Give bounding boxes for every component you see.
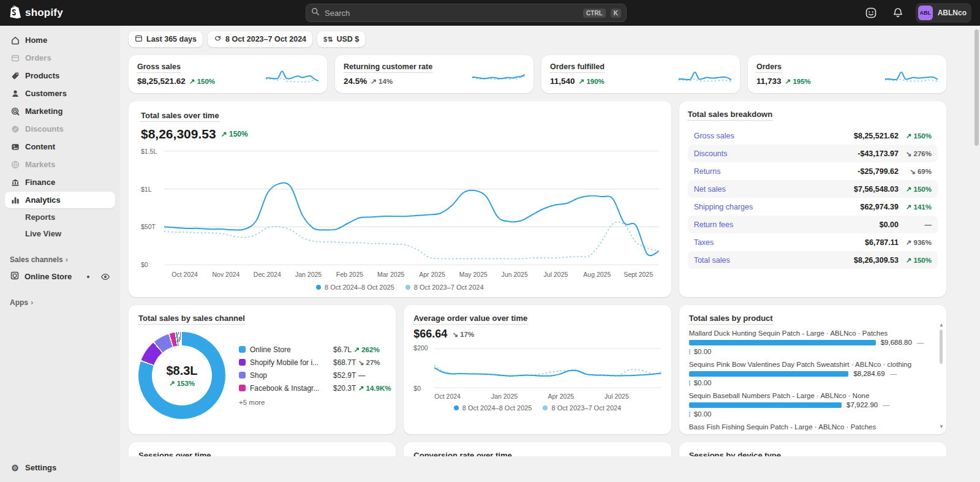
- sales-by-product-title[interactable]: Total sales by product: [689, 314, 773, 325]
- scroll-down-icon[interactable]: ▼: [939, 424, 944, 429]
- breakdown-value-group: $6,787.11↗ 936%: [865, 238, 932, 247]
- breakdown-row-total-sales: Total sales$8,26,309.53↗ 150%: [688, 251, 938, 269]
- legend-item[interactable]: 8 Oct 2023–7 Oct 2024: [405, 284, 484, 291]
- orders-icon: [10, 53, 20, 63]
- sidebar-item-home[interactable]: Home: [5, 32, 115, 48]
- topbar: shopify Search CTRL K ABL ABLNco: [0, 0, 980, 26]
- sidebar-item-orders[interactable]: Orders: [5, 50, 115, 66]
- account-menu[interactable]: ABL ABLNco: [916, 3, 971, 23]
- kpi-title[interactable]: Orders: [756, 62, 782, 73]
- total-sales-over-time-title[interactable]: Total sales over time: [141, 111, 219, 122]
- aov-delta: ↘ 17%: [452, 330, 474, 339]
- sidebar-item-live-view[interactable]: Live View: [5, 226, 115, 241]
- kpi-info: Returning customer rate24.5%↗ 14%: [344, 62, 432, 86]
- partial-card-title[interactable]: Sessions by device type: [689, 451, 781, 456]
- breakdown-link[interactable]: Discounts: [694, 149, 728, 158]
- sidebar-item-marketing[interactable]: Marketing: [5, 103, 115, 119]
- sidebar-item-analytics[interactable]: Analytics: [5, 192, 115, 208]
- total-sales-value: $8,26,309.53: [141, 127, 216, 141]
- product-card-scrollbar[interactable]: ▲ ▼: [938, 326, 943, 427]
- product-label[interactable]: Sequin Baseball Numbers Patch - Large · …: [689, 392, 928, 399]
- kpi-value: 11,733: [756, 77, 782, 86]
- currency-filter[interactable]: $⇅ USD $: [317, 31, 365, 47]
- channel-row[interactable]: Shopify Mobile for i...$68.7T ↘ 27%: [239, 358, 391, 367]
- sidebar-item-reports[interactable]: Reports: [5, 209, 115, 225]
- sidebar-item-label: Content: [25, 142, 55, 151]
- kpi-title[interactable]: Orders fulfilled: [550, 62, 605, 73]
- breakdown-link[interactable]: Gross sales: [694, 132, 734, 140]
- breakdown-link[interactable]: Net sales: [694, 185, 726, 194]
- average-order-value-title[interactable]: Average order value over time: [413, 314, 527, 325]
- sidebar-item-label: Products: [25, 71, 59, 80]
- kpi-sparkline: [472, 62, 525, 86]
- sidebar-item-label: Home: [25, 36, 47, 45]
- breakdown-link[interactable]: Total sales: [694, 256, 730, 265]
- sidebar-item-finance[interactable]: Finance: [5, 174, 115, 190]
- partial-card-title[interactable]: Sessions over time: [138, 451, 211, 456]
- partial-cards-row: Sessions over timeConversion rate over t…: [129, 442, 946, 456]
- eye-icon[interactable]: [100, 272, 110, 282]
- channel-value: $52.9T: [333, 371, 356, 380]
- channel-row[interactable]: Facebook & Instagr...$20.3T ↗ 14.9K%: [239, 384, 391, 393]
- calendar-icon: [135, 34, 143, 44]
- legend-item[interactable]: 8 Oct 2023–7 Oct 2024: [543, 404, 621, 412]
- partial-card-title[interactable]: Conversion rate over time: [413, 451, 511, 456]
- notifications-bell-icon[interactable]: [889, 4, 907, 22]
- legend-dot: [405, 285, 410, 290]
- breakdown-value-group: $62,974.39↗ 141%: [860, 203, 932, 211]
- shopify-logo[interactable]: shopify: [9, 5, 120, 21]
- breakdown-link[interactable]: Return fees: [694, 220, 734, 229]
- sidebar-item-discounts[interactable]: Discounts: [5, 121, 115, 137]
- scroll-up-icon[interactable]: ▲: [939, 322, 944, 328]
- total-sales-over-time-card: Total sales over time $8,26,309.53 ↗ 150…: [129, 101, 671, 297]
- sidebar-item-markets[interactable]: Markets: [5, 156, 115, 173]
- kpi-card-gross-sales: Gross sales$8,25,521.62↗ 150%: [129, 55, 327, 93]
- total-sales-breakdown-title[interactable]: Total sales breakdown: [688, 110, 772, 121]
- kpi-title[interactable]: Gross sales: [137, 62, 181, 73]
- sales-by-channel-title[interactable]: Total sales by sales channel: [138, 314, 245, 325]
- product-label[interactable]: Bass Fish Fishing Sequin Patch - Large ·…: [689, 423, 928, 431]
- sidebar-item-online-store[interactable]: Online Store: [5, 268, 115, 285]
- kpi-value: 24.5%: [344, 77, 367, 86]
- sidebar-item-settings[interactable]: ⚙ Settings: [5, 459, 115, 476]
- breakdown-link[interactable]: Taxes: [694, 238, 714, 247]
- search-input[interactable]: Search CTRL K: [306, 4, 627, 22]
- sidebar-item-label: Markets: [25, 160, 55, 169]
- legend-item[interactable]: 8 Oct 2024–8 Oct 2025: [316, 284, 394, 291]
- chevron-right-icon: ›: [66, 255, 68, 264]
- x-tick: Apr 2025: [412, 271, 453, 278]
- breakdown-link[interactable]: Shipping charges: [694, 203, 753, 211]
- kpi-title[interactable]: Returning customer rate: [344, 62, 432, 73]
- product-bar-row: $7,922.90—: [689, 401, 937, 409]
- product-compare-value: $0.00: [694, 410, 712, 418]
- channel-label: Shopify Mobile for i...: [250, 358, 328, 367]
- product-bar: [689, 371, 849, 377]
- search-icon: [311, 7, 320, 18]
- sidebar-item-customers[interactable]: Customers: [5, 85, 115, 102]
- legend-label: 8 Oct 2023–7 Oct 2024: [551, 404, 621, 412]
- breakdown-value: $8,26,309.53: [854, 256, 899, 265]
- aov-x-tick: Jul 2025: [605, 393, 662, 400]
- sidebar-item-content[interactable]: Content: [5, 138, 115, 155]
- channel-row[interactable]: Online Store$6.7L ↗ 262%: [239, 345, 391, 354]
- channel-row[interactable]: Shop$52.9T —: [239, 371, 391, 380]
- inbox-icon[interactable]: [862, 4, 880, 22]
- partial-card: Sessions over time: [129, 442, 396, 456]
- sidebar-item-label: Orders: [25, 53, 51, 62]
- page-scrollbar[interactable]: [974, 28, 979, 480]
- channel-more-link[interactable]: +5 more: [239, 399, 391, 406]
- legend-item[interactable]: 8 Oct 2024–8 Oct 2025: [454, 404, 532, 412]
- compare-range-filter[interactable]: 8 Oct 2023–7 Oct 2024: [208, 31, 312, 47]
- product-bar: [689, 340, 876, 345]
- apps-header[interactable]: Apps ›: [5, 294, 115, 311]
- x-tick: Feb 2025: [329, 271, 370, 278]
- breakdown-link[interactable]: Returns: [694, 167, 721, 176]
- chevron-right-icon: ›: [31, 298, 33, 307]
- breakdown-row-returns: Returns-$25,799.62↘ 69%: [688, 162, 938, 180]
- sidebar-item-products[interactable]: Products: [5, 67, 115, 84]
- date-range-filter[interactable]: Last 365 days: [129, 31, 203, 47]
- sales-channels-header[interactable]: Sales channels ›: [5, 251, 115, 268]
- y-tick: $1.5L: [141, 148, 157, 155]
- product-label[interactable]: Sequins Pink Bow Valentines Day Patch Sw…: [689, 361, 928, 368]
- product-label[interactable]: Mallard Duck Hunting Sequin Patch - Larg…: [689, 329, 928, 337]
